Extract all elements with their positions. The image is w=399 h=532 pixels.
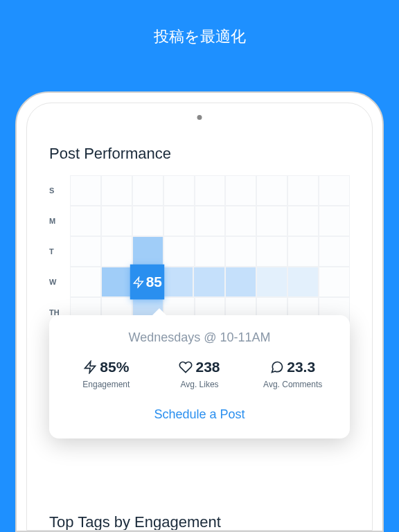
- heart-icon: [179, 360, 193, 374]
- engagement-value: 85%: [100, 359, 129, 375]
- heatmap-cell[interactable]: [256, 175, 287, 206]
- comment-icon: [270, 360, 284, 374]
- heatmap-cell[interactable]: [319, 267, 350, 297]
- heatmap-cell[interactable]: [256, 236, 287, 267]
- heatmap-cell[interactable]: [195, 175, 226, 206]
- heatmap-row-w: W 85: [49, 267, 350, 297]
- tablet-inner: Post Performance S: [26, 103, 373, 531]
- heatmap-cell[interactable]: [287, 267, 319, 297]
- heatmap-cell[interactable]: [132, 175, 163, 206]
- heatmap-cell[interactable]: [195, 206, 226, 236]
- day-label: S: [49, 186, 70, 195]
- heatmap-cell[interactable]: [101, 267, 132, 297]
- heatmap-cell[interactable]: [132, 206, 163, 236]
- likes-value: 238: [195, 359, 220, 375]
- secondary-section-title: Top Tags by Engagement: [49, 513, 221, 531]
- day-label: W: [49, 278, 70, 286]
- heatmap-cell[interactable]: [225, 267, 256, 297]
- heatmap-cell[interactable]: [225, 206, 256, 236]
- heatmap-cell[interactable]: [225, 175, 256, 206]
- heatmap-cell[interactable]: [70, 236, 101, 267]
- day-label: T: [49, 247, 70, 256]
- heatmap-cell[interactable]: [101, 236, 132, 267]
- heatmap-cell[interactable]: [70, 175, 101, 206]
- heatmap-cell[interactable]: [319, 236, 350, 267]
- heatmap-cell[interactable]: [287, 236, 319, 267]
- heatmap-cell[interactable]: [195, 236, 226, 267]
- likes-label: Avg. Likes: [157, 380, 243, 389]
- heatmap-cell[interactable]: [101, 206, 132, 236]
- screen: Post Performance S: [37, 132, 362, 530]
- heatmap-cell[interactable]: [163, 175, 195, 206]
- heatmap-cell[interactable]: [70, 206, 101, 236]
- heatmap-cell[interactable]: [162, 267, 193, 297]
- comments-label: Avg. Comments: [249, 380, 336, 389]
- schedule-post-button[interactable]: Schedule a Post: [63, 407, 336, 422]
- metric-engagement: 85% Engagement: [63, 359, 150, 389]
- heatmap-row-t: T: [49, 236, 350, 267]
- popup-arrow: [151, 308, 168, 317]
- heatmap-cell[interactable]: [287, 206, 319, 236]
- detail-popup: Wednesdays @ 10-11AM 85% Engagement 238: [49, 315, 350, 438]
- section-title: Post Performance: [49, 145, 350, 163]
- selected-value: 85: [146, 274, 162, 290]
- day-label: M: [49, 217, 70, 225]
- heatmap-cell[interactable]: [319, 175, 350, 206]
- bolt-icon: [83, 360, 97, 374]
- heatmap-cell[interactable]: [101, 175, 132, 206]
- heatmap-cell[interactable]: [193, 267, 224, 297]
- camera-dot: [197, 115, 202, 120]
- comments-value: 23.3: [287, 359, 315, 375]
- heatmap-cell[interactable]: [256, 267, 287, 297]
- heatmap: S M: [49, 175, 350, 328]
- bolt-icon: [132, 276, 144, 287]
- svg-marker-1: [85, 362, 96, 373]
- engagement-label: Engagement: [63, 380, 150, 389]
- metric-comments: 23.3 Avg. Comments: [249, 359, 336, 389]
- heatmap-cell[interactable]: [225, 236, 256, 267]
- heatmap-cell[interactable]: [163, 206, 195, 236]
- popup-time-label: Wednesdays @ 10-11AM: [63, 330, 336, 345]
- heatmap-cell[interactable]: [256, 206, 287, 236]
- heatmap-cell-selected[interactable]: 85: [130, 265, 165, 300]
- heatmap-cell[interactable]: [319, 206, 350, 236]
- metric-likes: 238 Avg. Likes: [157, 359, 243, 389]
- page-title: 投稿を最適化: [0, 0, 399, 73]
- heatmap-row-m: M: [49, 206, 350, 236]
- heatmap-cell[interactable]: [70, 267, 101, 297]
- svg-marker-0: [134, 277, 143, 287]
- heatmap-cell[interactable]: [287, 175, 319, 206]
- heatmap-row-s: S: [49, 175, 350, 206]
- tablet-frame: Post Performance S: [15, 91, 384, 532]
- heatmap-cell[interactable]: [163, 236, 195, 267]
- heatmap-cell[interactable]: [132, 236, 163, 267]
